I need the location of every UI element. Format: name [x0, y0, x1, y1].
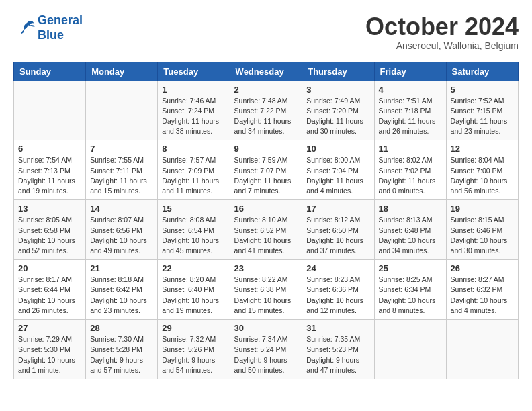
- day-content: Sunrise: 8:23 AM Sunset: 6:36 PM Dayligh…: [306, 275, 369, 316]
- day-number: 23: [234, 263, 298, 273]
- day-content: Sunrise: 8:12 AM Sunset: 6:50 PM Dayligh…: [306, 215, 369, 256]
- calendar-cell: 19Sunrise: 8:15 AM Sunset: 6:46 PM Dayli…: [446, 200, 518, 260]
- calendar-week-3: 13Sunrise: 8:05 AM Sunset: 6:58 PM Dayli…: [14, 200, 519, 260]
- day-number: 16: [234, 203, 298, 214]
- calendar-week-4: 20Sunrise: 8:17 AM Sunset: 6:44 PM Dayli…: [14, 260, 519, 320]
- calendar-cell: 31Sunrise: 7:35 AM Sunset: 5:23 PM Dayli…: [302, 320, 374, 379]
- day-content: Sunrise: 8:27 AM Sunset: 6:32 PM Dayligh…: [451, 275, 514, 316]
- calendar-cell: 8Sunrise: 7:57 AM Sunset: 7:09 PM Daylig…: [158, 140, 230, 200]
- day-number: 6: [18, 144, 81, 154]
- day-number: 1: [162, 85, 225, 95]
- location-subtitle: Anseroeul, Wallonia, Belgium: [365, 40, 519, 51]
- day-number: 19: [451, 203, 514, 214]
- day-content: Sunrise: 8:02 AM Sunset: 7:02 PM Dayligh…: [379, 155, 442, 196]
- logo-bird-icon: [13, 19, 35, 38]
- calendar-cell: 10Sunrise: 8:00 AM Sunset: 7:04 PM Dayli…: [302, 140, 374, 200]
- weekday-header-friday: Friday: [374, 62, 446, 81]
- day-number: 4: [379, 85, 442, 95]
- calendar-cell: 13Sunrise: 8:05 AM Sunset: 6:58 PM Dayli…: [14, 200, 86, 260]
- calendar-cell: 5Sunrise: 7:52 AM Sunset: 7:15 PM Daylig…: [446, 81, 518, 140]
- day-content: Sunrise: 8:07 AM Sunset: 6:56 PM Dayligh…: [90, 215, 153, 256]
- title-section: October 2024 Anseroeul, Wallonia, Belgiu…: [365, 13, 519, 51]
- day-content: Sunrise: 8:22 AM Sunset: 6:38 PM Dayligh…: [234, 275, 298, 316]
- day-content: Sunrise: 7:29 AM Sunset: 5:30 PM Dayligh…: [18, 334, 81, 375]
- day-content: Sunrise: 7:55 AM Sunset: 7:11 PM Dayligh…: [90, 155, 153, 196]
- day-content: Sunrise: 7:52 AM Sunset: 7:15 PM Dayligh…: [451, 96, 514, 137]
- calendar-cell: 28Sunrise: 7:30 AM Sunset: 5:28 PM Dayli…: [86, 320, 158, 379]
- calendar-cell: 14Sunrise: 8:07 AM Sunset: 6:56 PM Dayli…: [86, 200, 158, 260]
- day-content: Sunrise: 7:49 AM Sunset: 7:20 PM Dayligh…: [306, 96, 369, 137]
- day-content: Sunrise: 8:25 AM Sunset: 6:34 PM Dayligh…: [379, 275, 442, 316]
- calendar-cell: 22Sunrise: 8:20 AM Sunset: 6:40 PM Dayli…: [158, 260, 230, 320]
- calendar-cell: 9Sunrise: 7:59 AM Sunset: 7:07 PM Daylig…: [230, 140, 302, 200]
- calendar-cell: [374, 320, 446, 379]
- day-content: Sunrise: 8:10 AM Sunset: 6:52 PM Dayligh…: [234, 215, 298, 256]
- weekday-header-tuesday: Tuesday: [158, 62, 230, 81]
- day-number: 14: [90, 203, 153, 214]
- day-content: Sunrise: 7:30 AM Sunset: 5:28 PM Dayligh…: [90, 334, 153, 375]
- calendar-table: SundayMondayTuesdayWednesdayThursdayFrid…: [13, 62, 519, 379]
- calendar-cell: 25Sunrise: 8:25 AM Sunset: 6:34 PM Dayli…: [374, 260, 446, 320]
- calendar-cell: 27Sunrise: 7:29 AM Sunset: 5:30 PM Dayli…: [14, 320, 86, 379]
- day-number: 11: [379, 144, 442, 154]
- day-number: 15: [162, 203, 225, 214]
- day-content: Sunrise: 7:48 AM Sunset: 7:22 PM Dayligh…: [234, 96, 298, 137]
- day-content: Sunrise: 8:00 AM Sunset: 7:04 PM Dayligh…: [306, 155, 369, 196]
- calendar-cell: 21Sunrise: 8:18 AM Sunset: 6:42 PM Dayli…: [86, 260, 158, 320]
- day-number: 18: [379, 203, 442, 214]
- calendar-cell: [446, 320, 518, 379]
- day-content: Sunrise: 8:17 AM Sunset: 6:44 PM Dayligh…: [18, 275, 81, 316]
- day-content: Sunrise: 8:20 AM Sunset: 6:40 PM Dayligh…: [162, 275, 225, 316]
- weekday-header-wednesday: Wednesday: [230, 62, 302, 81]
- calendar-cell: 26Sunrise: 8:27 AM Sunset: 6:32 PM Dayli…: [446, 260, 518, 320]
- calendar-cell: 18Sunrise: 8:13 AM Sunset: 6:48 PM Dayli…: [374, 200, 446, 260]
- calendar-cell: 1Sunrise: 7:46 AM Sunset: 7:24 PM Daylig…: [158, 81, 230, 140]
- day-number: 7: [90, 144, 153, 154]
- day-content: Sunrise: 7:51 AM Sunset: 7:18 PM Dayligh…: [379, 96, 442, 137]
- day-content: Sunrise: 8:13 AM Sunset: 6:48 PM Dayligh…: [379, 215, 442, 256]
- day-number: 12: [451, 144, 514, 154]
- month-title: October 2024: [365, 13, 519, 40]
- day-content: Sunrise: 7:46 AM Sunset: 7:24 PM Dayligh…: [162, 96, 225, 137]
- logo: General Blue: [13, 13, 83, 42]
- day-number: 5: [451, 85, 514, 95]
- page-header: General Blue October 2024 Anseroeul, Wal…: [13, 13, 519, 51]
- day-number: 30: [234, 323, 298, 333]
- day-number: 22: [162, 263, 225, 273]
- calendar-cell: [14, 81, 86, 140]
- day-content: Sunrise: 7:32 AM Sunset: 5:26 PM Dayligh…: [162, 334, 225, 375]
- day-number: 25: [379, 263, 442, 273]
- calendar-header-row: SundayMondayTuesdayWednesdayThursdayFrid…: [14, 62, 519, 81]
- day-number: 9: [234, 144, 298, 154]
- day-number: 28: [90, 323, 153, 333]
- calendar-cell: 7Sunrise: 7:55 AM Sunset: 7:11 PM Daylig…: [86, 140, 158, 200]
- day-number: 13: [18, 203, 81, 214]
- calendar-cell: 16Sunrise: 8:10 AM Sunset: 6:52 PM Dayli…: [230, 200, 302, 260]
- day-content: Sunrise: 7:57 AM Sunset: 7:09 PM Dayligh…: [162, 155, 225, 196]
- day-number: 27: [18, 323, 81, 333]
- day-content: Sunrise: 7:35 AM Sunset: 5:23 PM Dayligh…: [306, 334, 369, 375]
- weekday-header-sunday: Sunday: [14, 62, 86, 81]
- day-content: Sunrise: 8:18 AM Sunset: 6:42 PM Dayligh…: [90, 275, 153, 316]
- day-number: 26: [451, 263, 514, 273]
- day-number: 8: [162, 144, 225, 154]
- day-number: 20: [18, 263, 81, 273]
- calendar-cell: 3Sunrise: 7:49 AM Sunset: 7:20 PM Daylig…: [302, 81, 374, 140]
- calendar-cell: 2Sunrise: 7:48 AM Sunset: 7:22 PM Daylig…: [230, 81, 302, 140]
- weekday-header-monday: Monday: [86, 62, 158, 81]
- calendar-week-5: 27Sunrise: 7:29 AM Sunset: 5:30 PM Dayli…: [14, 320, 519, 379]
- calendar-cell: 20Sunrise: 8:17 AM Sunset: 6:44 PM Dayli…: [14, 260, 86, 320]
- day-content: Sunrise: 8:04 AM Sunset: 7:00 PM Dayligh…: [451, 155, 514, 196]
- calendar-week-1: 1Sunrise: 7:46 AM Sunset: 7:24 PM Daylig…: [14, 81, 519, 140]
- day-content: Sunrise: 8:05 AM Sunset: 6:58 PM Dayligh…: [18, 215, 81, 256]
- calendar-cell: 30Sunrise: 7:34 AM Sunset: 5:24 PM Dayli…: [230, 320, 302, 379]
- calendar-cell: 6Sunrise: 7:54 AM Sunset: 7:13 PM Daylig…: [14, 140, 86, 200]
- weekday-header-thursday: Thursday: [302, 62, 374, 81]
- calendar-cell: 15Sunrise: 8:08 AM Sunset: 6:54 PM Dayli…: [158, 200, 230, 260]
- calendar-cell: 17Sunrise: 8:12 AM Sunset: 6:50 PM Dayli…: [302, 200, 374, 260]
- day-number: 31: [306, 323, 369, 333]
- day-number: 29: [162, 323, 225, 333]
- calendar-cell: 24Sunrise: 8:23 AM Sunset: 6:36 PM Dayli…: [302, 260, 374, 320]
- day-content: Sunrise: 8:15 AM Sunset: 6:46 PM Dayligh…: [451, 215, 514, 256]
- day-number: 24: [306, 263, 369, 273]
